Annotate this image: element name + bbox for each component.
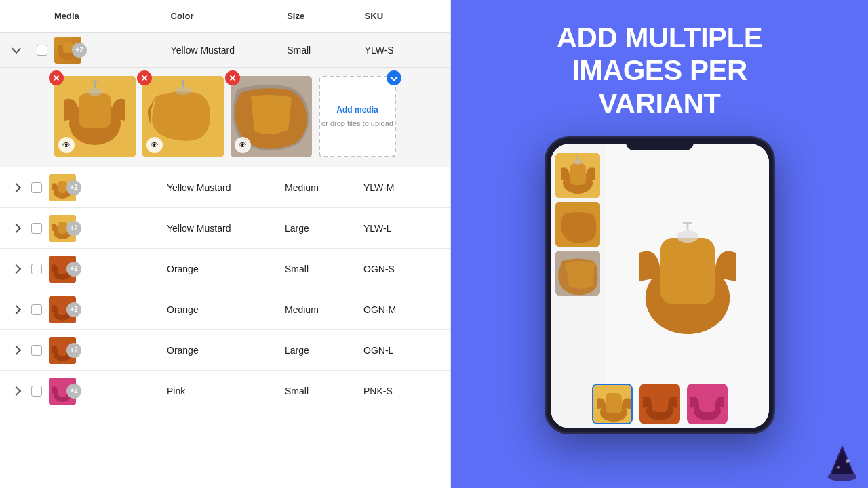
svg-rect-26 <box>58 344 67 356</box>
sku-cell: YLW-M <box>363 182 442 193</box>
thumbnail-count: +2 <box>66 180 81 195</box>
promo-title-line2: IMAGES PER <box>557 54 763 87</box>
table-row: +2 Yellow Mustard Medium YLW-M <box>0 167 450 208</box>
expand-cell <box>8 302 24 318</box>
check-cell[interactable] <box>24 386 49 396</box>
color-cell: Orange <box>167 264 285 274</box>
promo-title-line3: VARIANT <box>557 87 763 120</box>
media-thumb-1: 👁 <box>54 76 136 157</box>
row-checkbox[interactable] <box>31 223 42 234</box>
table-row: +2 Yellow Mustard Large YLW-L <box>0 208 450 249</box>
size-header: Size <box>287 11 364 21</box>
expand-button[interactable] <box>8 342 24 359</box>
table-header: Media Color Size SKU <box>0 0 450 33</box>
expand-button[interactable] <box>8 383 24 399</box>
color-cell: Orange <box>167 304 285 315</box>
media-thumb-3: 👁 <box>231 76 312 157</box>
svg-rect-20 <box>58 262 67 274</box>
remove-image-3-button[interactable] <box>225 70 240 85</box>
expand-button[interactable] <box>8 302 24 318</box>
svg-point-9 <box>175 87 191 95</box>
svg-rect-17 <box>58 222 67 234</box>
size-cell: Small <box>287 45 364 56</box>
color-cell: Yellow Mustard <box>167 182 285 193</box>
svg-rect-4 <box>79 93 111 128</box>
phone-sidebar-thumb-3 <box>555 251 600 296</box>
chevron-right-icon <box>12 182 21 192</box>
thumbnail-stack: +2 <box>49 378 76 405</box>
svg-rect-14 <box>58 181 67 193</box>
check-cell[interactable] <box>24 304 49 315</box>
chevron-right-icon <box>12 304 21 314</box>
row-checkbox[interactable] <box>31 182 42 193</box>
svg-point-54 <box>846 459 850 463</box>
expanded-section: +2 Yellow Mustard Small YLW-S <box>0 33 450 167</box>
thumbnail-count: +2 <box>66 262 81 277</box>
eye-icon-2: 👁 <box>151 140 159 150</box>
row-checkbox[interactable] <box>37 45 47 56</box>
check-cell[interactable] <box>24 223 49 234</box>
thumbnail-count: +2 <box>66 384 81 399</box>
svg-point-5 <box>88 88 102 96</box>
row-checkbox[interactable] <box>31 264 42 274</box>
check-cell[interactable] <box>24 182 49 193</box>
phone-sidebar-thumb-1 <box>555 153 600 198</box>
eye-icon-3: 👁 <box>239 140 247 150</box>
size-cell: Large <box>285 223 363 234</box>
thumbnail-count: +2 <box>66 343 81 358</box>
add-media-box[interactable]: Add media or drop files to upload <box>319 76 396 157</box>
phone-notch <box>626 138 694 150</box>
size-cell: Small <box>285 264 363 274</box>
expanded-top-row: +2 Yellow Mustard Small YLW-S <box>0 33 450 68</box>
preview-image-1-button[interactable]: 👁 <box>58 137 75 153</box>
media-cell: +2 <box>49 174 167 201</box>
media-cell: +2 <box>49 378 167 405</box>
expand-button[interactable] <box>8 261 24 277</box>
check-cell[interactable] <box>24 264 49 274</box>
table-row: +2 Orange Small OGN-S <box>0 249 450 289</box>
chevron-right-icon <box>12 386 21 395</box>
sku-cell: YLW-S <box>365 45 442 56</box>
expand-button[interactable] <box>8 180 24 196</box>
expand-button[interactable] <box>8 220 24 237</box>
preview-image-2-button[interactable]: 👁 <box>146 137 163 153</box>
media-cell: +2 <box>49 215 167 242</box>
chevron-right-icon <box>12 223 21 232</box>
remove-image-2-button[interactable] <box>137 70 152 85</box>
check-cell[interactable] <box>30 45 54 56</box>
add-media-chevron-icon <box>390 73 397 81</box>
svg-point-55 <box>837 466 840 469</box>
collapse-button[interactable] <box>8 42 24 58</box>
chevron-right-icon <box>12 264 21 273</box>
row-checkbox[interactable] <box>31 386 42 396</box>
svg-rect-47 <box>652 392 668 412</box>
sku-cell: OGN-L <box>363 345 442 356</box>
phone-mockup <box>545 136 775 434</box>
phone-bottom-thumb-orange <box>639 384 680 424</box>
chevron-down-icon <box>12 43 21 53</box>
size-cell: Small <box>285 386 363 396</box>
add-media-label: Add media <box>336 105 378 116</box>
thumbnail-stack: +2 <box>49 256 76 283</box>
media-cell: +2 <box>49 337 167 364</box>
svg-marker-53 <box>832 449 853 474</box>
svg-point-33 <box>573 159 583 165</box>
expand-cell <box>8 261 24 277</box>
expand-cell <box>8 383 24 399</box>
wizard-hat-area <box>822 442 863 483</box>
color-cell: Pink <box>167 386 285 396</box>
svg-rect-32 <box>570 163 586 185</box>
check-cell[interactable] <box>24 345 49 356</box>
preview-image-3-button[interactable]: 👁 <box>235 137 251 153</box>
size-cell: Medium <box>285 304 363 315</box>
row-checkbox[interactable] <box>31 304 42 315</box>
remove-image-1-button[interactable] <box>49 70 64 85</box>
thumbnail-count: +2 <box>66 221 81 236</box>
thumbnail-stack: +2 <box>54 37 81 64</box>
color-header: Color <box>171 11 288 21</box>
color-cell: Yellow Mustard <box>171 45 288 56</box>
row-checkbox[interactable] <box>31 345 42 356</box>
wizard-hat-icon <box>823 443 862 482</box>
expand-cell <box>8 220 24 237</box>
sku-cell: PNK-S <box>363 386 442 396</box>
